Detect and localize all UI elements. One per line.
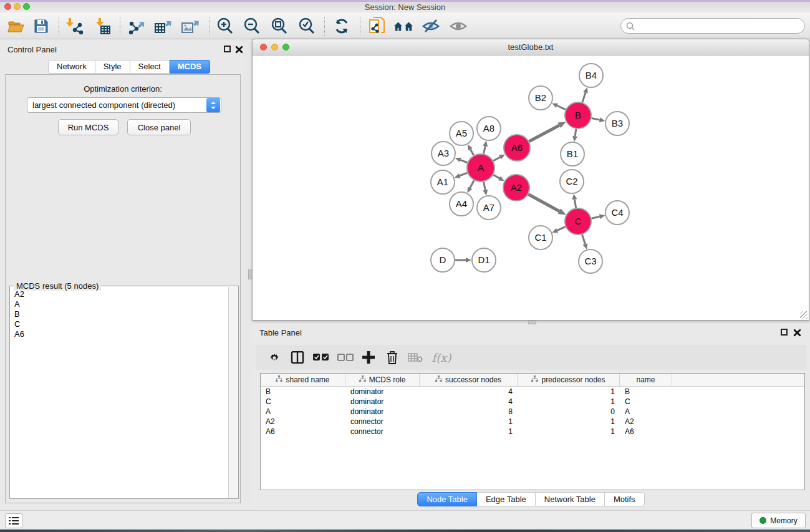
save-session-icon[interactable] <box>31 16 52 37</box>
select-all-checkboxes-icon[interactable] <box>313 350 329 365</box>
table-cell[interactable]: 4 <box>420 397 518 407</box>
mcds-result-item[interactable]: A2 <box>11 289 229 299</box>
edge-C-C3[interactable] <box>582 235 586 244</box>
table-cell[interactable]: 1 <box>518 387 620 397</box>
edge-B-B4[interactable] <box>582 93 586 103</box>
settings-icon[interactable] <box>266 350 282 365</box>
column-header-name[interactable]: name <box>620 374 672 386</box>
table-cell[interactable]: dominator <box>345 387 420 397</box>
table-row[interactable]: Bdominator41B <box>261 387 804 397</box>
close-panel-button[interactable]: Close panel <box>127 119 191 135</box>
criterion-select[interactable]: largest connected component (directed) <box>27 97 221 113</box>
table-cell[interactable]: 0 <box>518 407 620 417</box>
tab-edge-table[interactable]: Edge Table <box>477 492 536 506</box>
table-cell[interactable]: B <box>620 387 672 397</box>
edge-A-A6[interactable] <box>493 157 500 161</box>
table-cell[interactable]: 4 <box>420 387 518 397</box>
close-table-panel-icon[interactable] <box>793 329 801 337</box>
column-header-shared-name[interactable]: shared name <box>261 374 345 386</box>
table-cell[interactable]: 8 <box>420 407 518 417</box>
search-input[interactable] <box>635 21 791 31</box>
edge-B-B2[interactable] <box>557 105 566 109</box>
table-cell[interactable]: A6 <box>620 427 672 437</box>
search-box[interactable] <box>620 18 805 34</box>
zoom-selected-icon[interactable] <box>296 16 317 37</box>
table-cell[interactable]: 1 <box>518 397 620 407</box>
edge-A2-C[interactable] <box>528 195 559 211</box>
import-network-icon[interactable] <box>64 16 85 37</box>
table-row[interactable]: A6connector11A6 <box>261 427 804 437</box>
refresh-icon[interactable] <box>331 16 352 37</box>
tab-style[interactable]: Style <box>95 60 130 74</box>
import-table-icon[interactable] <box>92 16 113 37</box>
tab-select[interactable]: Select <box>130 60 170 74</box>
edge-A6-B[interactable] <box>529 125 559 142</box>
network-zoom-button[interactable] <box>282 44 289 51</box>
edge-A-A3[interactable] <box>460 160 467 162</box>
export-table-icon[interactable] <box>153 16 174 37</box>
unselect-all-checkboxes-icon[interactable] <box>337 350 354 365</box>
show-all-icon[interactable] <box>448 16 469 37</box>
column-header-MCDS-role[interactable]: MCDS role <box>345 374 420 386</box>
open-session-icon[interactable] <box>6 16 27 37</box>
tab-motifs[interactable]: Motifs <box>605 492 645 506</box>
table-cell[interactable]: B <box>261 387 345 397</box>
table-cell[interactable]: 1 <box>518 427 620 437</box>
table-cell[interactable]: C <box>261 397 345 407</box>
minimize-window-button[interactable] <box>14 3 21 10</box>
function-builder-icon[interactable]: f(x) <box>429 350 454 365</box>
column-header-successor-nodes[interactable]: successor nodes <box>420 374 518 386</box>
mcds-result-item[interactable]: A <box>11 299 229 309</box>
table-cell[interactable]: A2 <box>620 417 672 427</box>
edge-A-A1[interactable] <box>460 173 467 176</box>
zoom-window-button[interactable] <box>23 3 30 10</box>
table-cell[interactable]: A <box>261 407 345 417</box>
tab-mcds[interactable]: MCDS <box>170 60 210 74</box>
tab-network[interactable]: Network <box>48 60 95 74</box>
table-cell[interactable]: connector <box>345 427 420 437</box>
zoom-out-icon[interactable] <box>241 16 263 37</box>
export-network-icon[interactable] <box>126 16 147 37</box>
table-cell[interactable]: A <box>620 407 672 417</box>
edge-A-A7[interactable] <box>484 182 486 190</box>
table-cell[interactable]: A2 <box>261 417 345 427</box>
table-row[interactable]: Adominator80A <box>261 407 804 417</box>
edge-A-A8[interactable] <box>484 146 485 153</box>
table-cell[interactable]: connector <box>345 417 420 427</box>
edge-B-B1[interactable] <box>575 129 576 137</box>
first-neighbors-icon[interactable] <box>393 16 414 37</box>
delete-table-icon[interactable] <box>407 350 423 365</box>
network-minimize-button[interactable] <box>271 44 278 51</box>
resize-grip-icon[interactable] <box>800 311 808 319</box>
run-mcds-button[interactable]: Run MCDS <box>58 119 118 135</box>
export-image-icon[interactable] <box>180 16 201 37</box>
delete-row-icon[interactable] <box>384 350 400 365</box>
edge-C-C2[interactable] <box>574 200 576 208</box>
mcds-result-scrollbar[interactable] <box>228 287 238 498</box>
hide-selected-icon[interactable] <box>420 16 441 37</box>
close-panel-icon[interactable] <box>235 46 243 54</box>
edge-A-A2[interactable] <box>493 175 499 178</box>
desktop-vertical-scrollbar-thumb[interactable] <box>248 269 252 279</box>
mcds-result-item[interactable]: B <box>11 309 229 319</box>
memory-button[interactable]: Memory <box>751 513 806 528</box>
table-cell[interactable]: dominator <box>345 407 420 417</box>
close-window-button[interactable] <box>4 3 11 10</box>
table-cell[interactable]: C <box>620 397 672 407</box>
network-close-button[interactable] <box>260 44 267 51</box>
edge-B-B3[interactable] <box>592 118 600 120</box>
task-history-button[interactable] <box>5 513 22 528</box>
table-row[interactable]: Cdominator41C <box>261 397 804 407</box>
float-panel-icon[interactable] <box>224 46 231 52</box>
edge-A-A5[interactable] <box>470 149 473 155</box>
network-canvas[interactable]: B4B2BB3A8A5A6A3B1AC2A1A2A4A7C4CC1DD1C3 <box>253 56 809 319</box>
column-header-predecessor-nodes[interactable]: predecessor nodes <box>518 374 620 386</box>
mcds-result-item[interactable]: A6 <box>11 329 229 339</box>
add-row-icon[interactable] <box>360 350 377 365</box>
table-cell[interactable]: A6 <box>261 427 345 437</box>
mcds-result-item[interactable]: C <box>11 319 229 329</box>
node-table[interactable]: shared nameMCDS rolesuccessor nodesprede… <box>260 373 805 490</box>
network-window-titlebar[interactable]: testGlobe.txt <box>253 39 809 56</box>
float-table-panel-icon[interactable] <box>781 329 788 336</box>
zoom-in-icon[interactable] <box>215 16 236 37</box>
